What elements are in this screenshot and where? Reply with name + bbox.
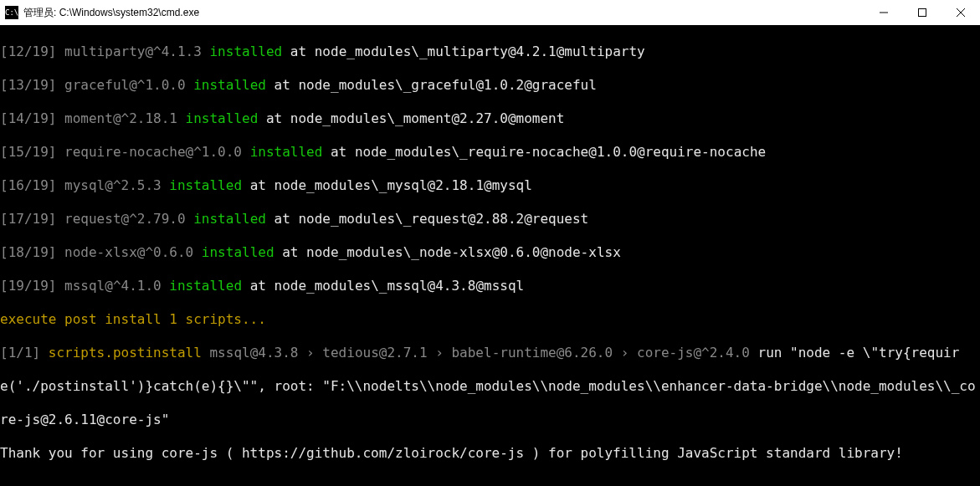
postinstall-run-line: e('./postinstall')}catch(e){}\"", root: … [0, 378, 980, 395]
post-scripts-line: execute post install 1 scripts... [0, 311, 980, 328]
window-titlebar: C:\ 管理员: C:\Windows\system32\cmd.exe [0, 0, 980, 25]
cmd-icon: C:\ [5, 6, 18, 19]
terminal-output[interactable]: [12/19] multiparty@^4.1.3 installed at n… [0, 25, 980, 486]
close-icon [957, 8, 965, 17]
postinstall-run-line: re-js@2.6.11@core-js" [0, 412, 980, 428]
window-title: 管理员: C:\Windows\system32\cmd.exe [23, 6, 199, 20]
blank-line [0, 478, 980, 486]
install-line: [15/19] require-nocache@^1.0.0 installed… [0, 144, 980, 161]
install-line: [17/19] request@^2.79.0 installed at nod… [0, 211, 980, 228]
close-button[interactable] [942, 0, 980, 25]
svg-rect-1 [919, 9, 926, 17]
minimize-icon [880, 8, 888, 17]
maximize-icon [918, 8, 926, 17]
install-line: [12/19] multiparty@^4.1.3 installed at n… [0, 43, 980, 60]
window-controls [865, 0, 980, 25]
minimize-button[interactable] [865, 0, 903, 25]
maximize-button[interactable] [903, 0, 942, 25]
corejs-thanks: Thank you for using core-js ( https://gi… [0, 445, 980, 462]
postinstall-run-line: [1/1] scripts.postinstall mssql@4.3.8 › … [0, 345, 980, 361]
install-line: [14/19] moment@^2.18.1 installed at node… [0, 110, 980, 127]
install-line: [19/19] mssql@^4.1.0 installed at node_m… [0, 278, 980, 294]
install-line: [18/19] node-xlsx@^0.6.0 installed at no… [0, 244, 980, 261]
titlebar-left: C:\ 管理员: C:\Windows\system32\cmd.exe [5, 6, 199, 20]
install-line: [13/19] graceful@^1.0.0 installed at nod… [0, 77, 980, 94]
install-line: [16/19] mysql@^2.5.3 installed at node_m… [0, 177, 980, 194]
